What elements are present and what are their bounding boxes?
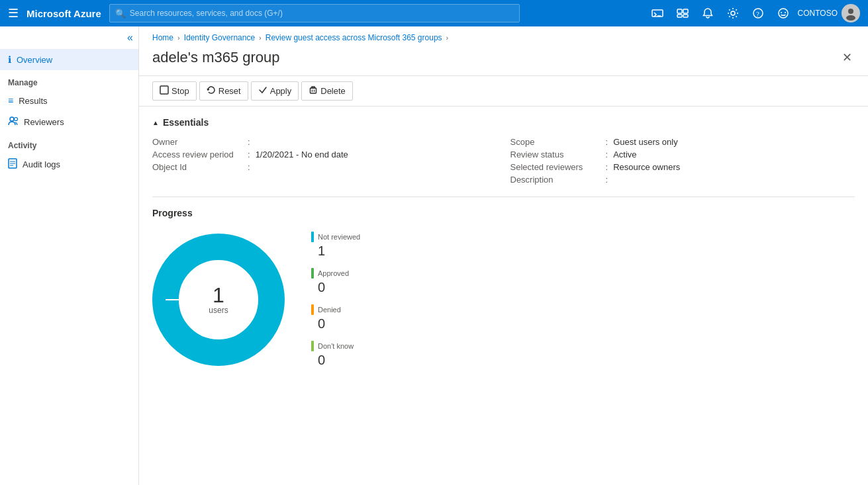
settings-icon[interactable] [722, 3, 744, 24]
hamburger-icon[interactable]: ☰ [8, 6, 19, 21]
breadcrumb-home[interactable]: Home [152, 33, 173, 42]
svg-rect-21 [311, 88, 316, 93]
sidebar-collapse[interactable]: « [0, 29, 138, 49]
svg-point-11 [785, 12, 786, 13]
essentials-grid: Owner : Access review period : 1/20/2021… [152, 136, 855, 197]
denied-bar [311, 304, 314, 315]
search-icon: 🔍 [115, 9, 126, 19]
username-label: CONTOSO [798, 9, 838, 18]
sidebar: « ℹ Overview Manage ≡ Results Reviewers … [0, 26, 139, 485]
sidebar-results-label: Results [19, 96, 47, 106]
breadcrumb-sep-2: › [259, 34, 262, 42]
access-period-value: 1/20/2021 - No end date [256, 150, 348, 159]
app-logo: Microsoft Azure [26, 8, 101, 19]
stop-button[interactable]: Stop [152, 81, 197, 101]
activity-section-label: Activity [0, 133, 138, 153]
svg-rect-20 [160, 86, 168, 94]
content-area: Home › Identity Governance › Review gues… [139, 26, 868, 485]
dont-know-label: Don't know [318, 342, 354, 350]
audit-logs-icon [8, 158, 17, 171]
selected-reviewers-label: Selected reviewers [510, 162, 603, 172]
sidebar-item-audit-logs[interactable]: Audit logs [0, 153, 138, 176]
donut-center: 1 users [209, 285, 228, 315]
toolbar: Stop Reset Apply Delete [139, 76, 868, 107]
svg-rect-4 [677, 15, 682, 17]
breadcrumb-identity-governance[interactable]: Identity Governance [184, 33, 255, 42]
bell-icon[interactable] [697, 3, 718, 24]
breadcrumb-sep-1: › [177, 34, 180, 42]
legend-not-reviewed: Not reviewed 1 [311, 232, 360, 259]
svg-rect-5 [683, 15, 688, 17]
delete-icon [309, 85, 318, 97]
search-bar[interactable]: 🔍 [109, 4, 520, 22]
essentials-chevron: ▲ [152, 119, 159, 126]
essentials-row-review-status: Review status : Active [510, 148, 855, 161]
delete-button[interactable]: Delete [301, 81, 353, 101]
topbar: ☰ Microsoft Azure 🔍 ? CONTOSO [0, 0, 868, 26]
apply-label: Apply [270, 86, 292, 96]
svg-point-10 [781, 12, 782, 13]
topbar-icons: ? CONTOSO [647, 3, 860, 24]
sidebar-item-overview[interactable]: ℹ Overview [0, 49, 138, 70]
avatar [842, 4, 860, 22]
essentials-header[interactable]: ▲ Essentials [152, 117, 855, 128]
svg-point-13 [846, 15, 855, 21]
svg-rect-2 [677, 9, 682, 13]
essentials-row-selected-reviewers: Selected reviewers : Resource owners [510, 161, 855, 173]
dont-know-value: 0 [318, 353, 360, 368]
progress-content: 1 users Not reviewed 1 [152, 232, 855, 368]
close-button[interactable]: ✕ [840, 48, 855, 67]
sidebar-reviewers-label: Reviewers [24, 117, 64, 127]
not-reviewed-label: Not reviewed [318, 233, 360, 241]
page-title: adele's m365 group [152, 49, 280, 66]
approved-bar [311, 268, 314, 279]
dont-know-bar [311, 341, 314, 351]
manage-section-label: Manage [0, 70, 138, 90]
reviewers-icon [8, 116, 19, 128]
legend-denied: Denied 0 [311, 304, 360, 331]
essentials-row-description: Description : [510, 173, 855, 186]
approved-label: Approved [318, 269, 349, 277]
sidebar-item-results[interactable]: ≡ Results [0, 90, 138, 111]
search-input[interactable] [130, 9, 514, 18]
approved-value: 0 [318, 280, 360, 295]
selected-reviewers-value: Resource owners [613, 162, 680, 172]
denied-label: Denied [318, 306, 341, 314]
section-content: ▲ Essentials Owner : Access review perio… [139, 107, 868, 389]
essentials-row-scope: Scope : Guest users only [510, 136, 855, 148]
breadcrumb-review-guest[interactable]: Review guest access across Microsoft 365… [265, 33, 442, 42]
page-header: adele's m365 group ✕ [139, 45, 868, 76]
denied-value: 0 [318, 316, 360, 331]
reset-button[interactable]: Reset [199, 81, 248, 101]
sidebar-item-reviewers[interactable]: Reviewers [0, 111, 138, 133]
donut-users-label: users [209, 306, 228, 315]
breadcrumb-sep-3: › [446, 34, 449, 42]
svg-text:?: ? [756, 10, 759, 18]
stop-icon [160, 85, 169, 97]
main-layout: « ℹ Overview Manage ≡ Results Reviewers … [0, 26, 868, 485]
apply-button[interactable]: Apply [251, 81, 299, 101]
user-menu[interactable]: CONTOSO [798, 4, 860, 22]
svg-point-15 [15, 118, 18, 121]
overview-icon: ℹ [8, 54, 11, 65]
delete-label: Delete [320, 86, 346, 96]
apply-icon [258, 85, 267, 97]
reset-label: Reset [218, 86, 241, 96]
directory-icon[interactable] [672, 3, 693, 24]
review-status-value: Active [613, 150, 636, 159]
feedback-icon[interactable] [773, 3, 794, 24]
progress-section: Progress 1 users [152, 197, 855, 378]
collapse-icon[interactable]: « [127, 32, 133, 44]
owner-label: Owner [152, 137, 245, 147]
help-icon[interactable]: ? [747, 3, 769, 24]
stop-label: Stop [171, 86, 189, 96]
essentials-title: Essentials [163, 117, 209, 128]
svg-point-14 [10, 117, 14, 121]
cloud-shell-icon[interactable] [647, 3, 668, 24]
legend-dont-know: Don't know 0 [311, 341, 360, 368]
results-icon: ≡ [8, 95, 13, 106]
object-id-label: Object Id [152, 162, 245, 172]
essentials-row-object-id: Object Id : [152, 161, 497, 173]
review-status-label: Review status [510, 150, 603, 159]
svg-point-6 [731, 11, 735, 15]
